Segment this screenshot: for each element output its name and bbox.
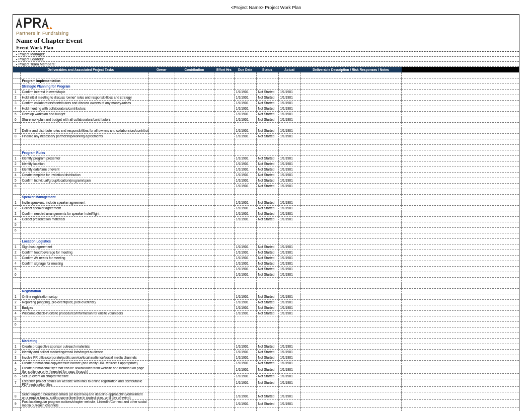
table-row bbox=[13, 327, 519, 333]
col-task: Deliverables and Associated Project Task… bbox=[13, 67, 148, 72]
table-row: 1Identify program presenter 1/1/1901Not … bbox=[13, 155, 519, 161]
table-row: 6Share workplan and budget with all coll… bbox=[13, 117, 519, 122]
section-row: Program Rules bbox=[13, 150, 519, 155]
col-effort: Effort Hrs bbox=[214, 67, 234, 72]
table-row: 1Create prospective sponsor outreach mat… bbox=[13, 344, 519, 349]
table-row: 5 bbox=[13, 316, 519, 321]
col-status: Status bbox=[256, 67, 278, 72]
col-extra bbox=[401, 67, 518, 72]
table-row: 6 1/1/1901Not Started1/1/1901 bbox=[13, 272, 519, 277]
subtitle: Event Work Plan bbox=[13, 45, 519, 52]
table-row: 5Create promotional flyer that can be do… bbox=[13, 366, 519, 373]
table-row: 2Collect speaker agreement 1/1/1901Not S… bbox=[13, 205, 519, 211]
section-row: Location Logistics bbox=[13, 238, 519, 244]
table-row bbox=[13, 122, 519, 128]
logo-block: Partners in Fundraising bbox=[13, 15, 519, 37]
table-row bbox=[13, 387, 519, 392]
svg-marker-1 bbox=[49, 27, 52, 29]
table-row: 6 bbox=[13, 321, 519, 327]
info-pm: Project Manager: bbox=[13, 52, 519, 57]
table-row: 2Identify and collect marketing/email li… bbox=[13, 349, 519, 355]
table-row bbox=[13, 144, 519, 150]
table-row: 5 1/1/1901Not Started1/1/1901 bbox=[13, 266, 519, 272]
table-row: 1Confirm interest in event/topic 1/1/190… bbox=[13, 89, 519, 95]
table-row: 4Collect presentation materials 1/1/1901… bbox=[13, 216, 519, 222]
table-row: 5Develop workplan and budget 1/1/1901Not… bbox=[13, 111, 519, 117]
table-row: 3Confirm collaborators/contributors and … bbox=[13, 100, 519, 106]
info-ptm: Project Team Members: bbox=[13, 62, 519, 67]
table-row: 5Confirm individual/group/location/progr… bbox=[13, 178, 519, 183]
table-row: 8Send targeted broadcast emails (at leas… bbox=[13, 392, 519, 400]
table-row: 4Create template for invitation/distribu… bbox=[13, 172, 519, 178]
table-row: 3Identify date/time of event 1/1/1901Not… bbox=[13, 167, 519, 172]
table-row: 1Sign host agreement 1/1/1901Not Started… bbox=[13, 244, 519, 250]
table-row: 6 bbox=[13, 227, 519, 233]
table-row bbox=[13, 333, 519, 338]
document-header: <Project Name> Project Work Plan bbox=[13, 5, 519, 10]
table-row bbox=[13, 407, 519, 411]
table-row: 6 1/1/1901Not Started1/1/1901 bbox=[13, 183, 519, 189]
table-row: 1Invite speakers, include speaker agreem… bbox=[13, 200, 519, 205]
table-row: 1Online registration setup 1/1/1901Not S… bbox=[13, 294, 519, 299]
col-desc: Deliverable Description / Risk Responses… bbox=[300, 67, 401, 72]
table-row: 4Welcome/check-in/onsite procedures/info… bbox=[13, 310, 519, 316]
table-row: 5 bbox=[13, 222, 519, 227]
col-due: Due Date bbox=[234, 67, 256, 72]
table-row: 2Reporting (ongoing, pre-event/post, pos… bbox=[13, 299, 519, 305]
table-row: 2Hold initial meeting to discuss 'owner'… bbox=[13, 95, 519, 100]
table-row: 3Confirm needed arrangements for speaker… bbox=[13, 211, 519, 216]
table-row bbox=[13, 189, 519, 194]
table-row: 6Set up event on chapter website 1/1/190… bbox=[13, 373, 519, 379]
section-row: Registration bbox=[13, 288, 519, 294]
table-row: 9Post local/regular program notices/chap… bbox=[13, 400, 519, 407]
table-row: 7Define and distribute roles and respons… bbox=[13, 128, 519, 133]
table-row bbox=[13, 233, 519, 238]
table-row bbox=[13, 277, 519, 283]
table-row bbox=[13, 139, 519, 144]
table-row: 8Finalize any necessary partnership/work… bbox=[13, 133, 519, 139]
apra-logo-icon bbox=[16, 18, 66, 31]
table-row: 7Establish project details on website wi… bbox=[13, 379, 519, 386]
table-row: 2Confirm food/beverage for meeting 1/1/1… bbox=[13, 250, 519, 255]
section-row: Speaker Management bbox=[13, 194, 519, 200]
table-row: 3Badges 1/1/1901Not Started1/1/1901 bbox=[13, 305, 519, 310]
table-row bbox=[13, 283, 519, 288]
table-row: 4Confirm signage for meeting 1/1/1901Not… bbox=[13, 261, 519, 266]
chapter-title: Name of Chapter Event bbox=[13, 37, 519, 45]
table-row: 3Involve PR office/corporate/public serv… bbox=[13, 355, 519, 360]
section-row: Strategic Planning for Program bbox=[13, 84, 519, 89]
table-row bbox=[13, 72, 519, 78]
workplan-table: Deliverables and Associated Project Task… bbox=[13, 67, 519, 411]
table-row: 3Confirm AV needs for meeting 1/1/1901No… bbox=[13, 255, 519, 261]
table-row: 4Hold meeting with collaborators/contrib… bbox=[13, 106, 519, 111]
logo-tagline: Partners in Fundraising bbox=[16, 31, 516, 36]
section-row: Program Implementation bbox=[13, 78, 519, 84]
table-header-row: Deliverables and Associated Project Task… bbox=[13, 67, 519, 72]
info-pl: Project Leaders: bbox=[13, 57, 519, 62]
section-row: Marketing bbox=[13, 338, 519, 344]
col-owner: Owner bbox=[148, 67, 175, 72]
table-row: 2Identify location 1/1/1901Not Started1/… bbox=[13, 161, 519, 167]
col-actual: Actual bbox=[278, 67, 300, 72]
document-frame: Partners in Fundraising Name of Chapter … bbox=[13, 14, 519, 411]
table-row: 4Create promotional copy/website banner … bbox=[13, 360, 519, 366]
col-contrib: Contribution bbox=[175, 67, 214, 72]
